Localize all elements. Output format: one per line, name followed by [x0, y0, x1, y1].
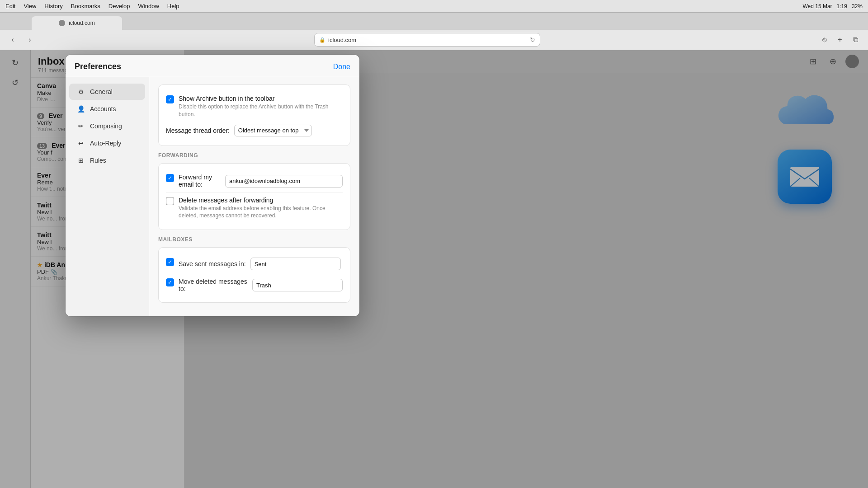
move-deleted-row: ✓ Move deleted messages to:	[166, 274, 343, 296]
archive-label-group: Show Archive button in the toolbar Disab…	[179, 95, 343, 118]
forward-email-input[interactable]	[225, 175, 343, 188]
archive-checkbox[interactable]: ✓	[166, 95, 174, 103]
tab-favicon	[59, 20, 65, 26]
archive-card: ✓ Show Archive button in the toolbar Dis…	[158, 84, 350, 146]
modal-sidebar: ⚙ General 👤 Accounts ✏ Composing ↩ Auto-…	[66, 77, 149, 316]
auto-reply-icon: ↩	[76, 139, 85, 148]
browser-chrome: icloud.com ‹ › 🔒 icloud.com ↻ ⎋ + ⧉	[0, 13, 868, 50]
save-sent-label-group: Save sent messages in:	[179, 258, 343, 270]
save-sent-label: Save sent messages in:	[179, 260, 246, 267]
forwarding-card: ✓ Forward my email to: Delete messages a…	[158, 163, 350, 230]
browser-toolbar-right: ⎋ + ⧉	[818, 33, 862, 46]
sidebar-item-auto-reply[interactable]: ↩ Auto-Reply	[69, 135, 145, 151]
sidebar-item-accounts[interactable]: 👤 Accounts	[69, 101, 145, 117]
lock-icon: 🔒	[319, 37, 326, 43]
save-sent-input[interactable]	[250, 258, 341, 270]
sidebar-item-accounts-label: Accounts	[90, 105, 116, 113]
rules-icon: ⊞	[76, 156, 85, 165]
menu-develop[interactable]: Develop	[108, 3, 130, 9]
sidebar-item-composing-label: Composing	[90, 122, 122, 130]
delete-after-desc: Validate the email address before enabli…	[179, 205, 343, 220]
sidebar-item-general[interactable]: ⚙ General	[69, 84, 145, 100]
main-content: ↻ ↺ Inbox 711 messages ⊡ 🔍 ⚙ ✏ Canva Mak…	[0, 50, 868, 488]
delete-after-forwarding-row: Delete messages after forwarding Validat…	[166, 192, 343, 224]
forward-label: Forward my email to:	[179, 174, 221, 188]
archive-row: ✓ Show Archive button in the toolbar Dis…	[166, 91, 343, 122]
message-thread-row: Message thread order: Oldest message on …	[166, 122, 343, 139]
menubar-time: 1:19	[837, 3, 847, 9]
composing-icon: ✏	[76, 122, 85, 131]
delete-after-label-group: Delete messages after forwarding Validat…	[179, 197, 343, 220]
sidebar-item-composing[interactable]: ✏ Composing	[69, 118, 145, 134]
forward-checkbox[interactable]: ✓	[166, 174, 174, 182]
sidebar-item-rules[interactable]: ⊞ Rules	[69, 152, 145, 169]
browser-tabs: icloud.com	[0, 13, 868, 30]
menu-help[interactable]: Help	[167, 3, 179, 9]
share-button[interactable]: ⎋	[818, 33, 831, 46]
menubar-date: Wed 15 Mar	[802, 3, 832, 9]
archive-label: Show Archive button in the toolbar	[179, 95, 343, 102]
url-text: icloud.com	[328, 37, 356, 43]
menu-edit[interactable]: Edit	[5, 3, 15, 9]
forward-button[interactable]: ›	[24, 33, 36, 46]
mailboxes-card: ✓ Save sent messages in: ✓ Move d	[158, 247, 350, 303]
menu-window[interactable]: Window	[138, 3, 159, 9]
browser-toolbar: ‹ › 🔒 icloud.com ↻ ⎋ + ⧉	[0, 30, 868, 50]
url-bar[interactable]: 🔒 icloud.com ↻	[314, 33, 540, 47]
message-thread-label: Message thread order:	[166, 127, 230, 134]
tab-label: icloud.com	[69, 20, 94, 26]
menubar-right: Wed 15 Mar 1:19 32%	[802, 3, 863, 9]
back-button[interactable]: ‹	[6, 33, 19, 46]
archive-desc: Disable this option to replace the Archi…	[179, 103, 343, 118]
browser-tab-active[interactable]: icloud.com	[32, 16, 122, 30]
sidebar-item-rules-label: Rules	[90, 157, 106, 164]
save-sent-checkbox[interactable]: ✓	[166, 258, 174, 266]
menu-view[interactable]: View	[24, 3, 36, 9]
menubar-battery: 32%	[852, 3, 863, 9]
forwarding-section-label: FORWARDING	[158, 152, 350, 159]
forward-email-row: ✓ Forward my email to:	[166, 170, 343, 192]
new-tab-button[interactable]: +	[834, 33, 846, 46]
modal-content: ✓ Show Archive button in the toolbar Dis…	[149, 77, 359, 316]
general-icon: ⚙	[76, 87, 85, 96]
modal-title: Preferences	[75, 62, 121, 71]
menubar: Edit View History Bookmarks Develop Wind…	[0, 0, 868, 13]
mailboxes-section-label: MAILBOXES	[158, 236, 350, 243]
menubar-left: Edit View History Bookmarks Develop Wind…	[5, 3, 179, 9]
move-deleted-input[interactable]	[252, 279, 343, 291]
accounts-icon: 👤	[76, 104, 85, 113]
move-deleted-checkbox[interactable]: ✓	[166, 278, 174, 286]
reload-icon[interactable]: ↻	[530, 36, 535, 43]
modal-body: ⚙ General 👤 Accounts ✏ Composing ↩ Auto-…	[66, 77, 359, 316]
sidebar-item-general-label: General	[90, 88, 113, 95]
tabs-button[interactable]: ⧉	[849, 33, 862, 46]
save-sent-row: ✓ Save sent messages in:	[166, 254, 343, 274]
delete-after-label: Delete messages after forwarding	[179, 197, 343, 204]
sidebar-item-auto-reply-label: Auto-Reply	[90, 140, 121, 147]
menu-history[interactable]: History	[44, 3, 62, 9]
delete-after-checkbox[interactable]	[166, 197, 174, 205]
menu-bookmarks[interactable]: Bookmarks	[71, 3, 100, 9]
modal-header: Preferences Done	[66, 55, 359, 77]
move-deleted-label-group: Move deleted messages to:	[179, 278, 343, 292]
done-button[interactable]: Done	[333, 63, 350, 71]
preferences-modal: Preferences Done ⚙ General 👤 Accounts ✏ …	[66, 55, 359, 316]
message-thread-select[interactable]: Oldest message on top Newest message on …	[234, 125, 312, 136]
forward-label-group: Forward my email to:	[179, 174, 343, 189]
move-deleted-label: Move deleted messages to:	[179, 278, 248, 292]
